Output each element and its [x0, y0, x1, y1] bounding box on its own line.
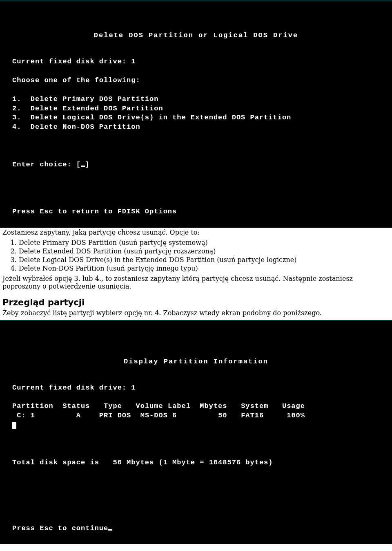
esc-hint: Press Esc to return to FDISK Options — [12, 208, 177, 215]
doc-intro: Zostaniesz zapytany, jaką partycję chces… — [2, 228, 390, 236]
dos-title: Delete DOS Partition or Logical DOS Driv… — [12, 31, 380, 40]
dos-screen-delete: Delete DOS Partition or Logical DOS Driv… — [0, 0, 392, 228]
menu-item-1[interactable]: 1. Delete Primary DOS Partition — [12, 95, 158, 103]
cursor-icon — [12, 422, 16, 429]
doc-option-4: Delete Non-DOS Partition (usuń partycję … — [19, 264, 390, 272]
doc-option-3: Delete Logical DOS Drive(s) in the Exten… — [19, 256, 390, 264]
dos-screen-display: Display Partition Information Current fi… — [0, 320, 392, 544]
esc-key[interactable]: Esc — [40, 208, 53, 215]
doc-option-2: Delete Extended DOS Partition (usuń part… — [19, 247, 390, 255]
choose-label: Choose one of the following: — [12, 76, 140, 84]
cursor-icon — [108, 529, 112, 530]
table-row: C: 1 A PRI DOS MS-DOS_6 50 FAT16 100% — [12, 412, 305, 419]
dos-body-1: Current fixed disk drive: 1 Choose one o… — [12, 57, 380, 217]
doc-option-list: Delete Primary DOS Partition (usuń party… — [2, 239, 390, 272]
esc-hint-2: Press Esc to continue — [12, 524, 112, 532]
current-drive-value: 1 — [131, 58, 136, 65]
dos-body-2: Current fixed disk drive: 1 Partition St… — [12, 383, 380, 533]
cursor-icon — [81, 166, 85, 167]
doc-block-1: Zostaniesz zapytany, jaką partycję chces… — [2, 228, 390, 290]
doc-after: Jeżeli wybrałeś opcję 3. lub 4., to zost… — [2, 275, 390, 290]
current-drive-label: Current fixed disk drive: — [12, 58, 127, 65]
table-header-row: Partition Status Type Volume Label Mbyte… — [12, 402, 305, 410]
esc-key-2[interactable]: Esc — [40, 524, 53, 532]
doc-block-2: Żeby zobaczyć listę partycji wybierz opc… — [2, 309, 390, 317]
dos-title-2: Display Partition Information — [12, 357, 380, 367]
doc2-intro: Żeby zobaczyć listę partycji wybierz opc… — [2, 309, 390, 317]
choice-input[interactable]: Enter choice: [] — [12, 161, 89, 168]
current-drive-label-2: Current fixed disk drive: — [12, 384, 127, 392]
section-heading: Przegląd partycji — [2, 298, 392, 307]
current-drive-value-2: 1 — [131, 384, 136, 392]
menu-item-3[interactable]: 3. Delete Logical DOS Drive(s) in the Ex… — [12, 114, 291, 121]
menu-item-2[interactable]: 2. Delete Extended DOS Partition — [12, 105, 163, 112]
doc-option-1: Delete Primary DOS Partition (usuń party… — [19, 239, 390, 246]
menu-item-4[interactable]: 4. Delete Non-DOS Partition — [12, 123, 140, 131]
total-line: Total disk space is 50 Mbytes (1 Mbyte =… — [12, 459, 273, 466]
